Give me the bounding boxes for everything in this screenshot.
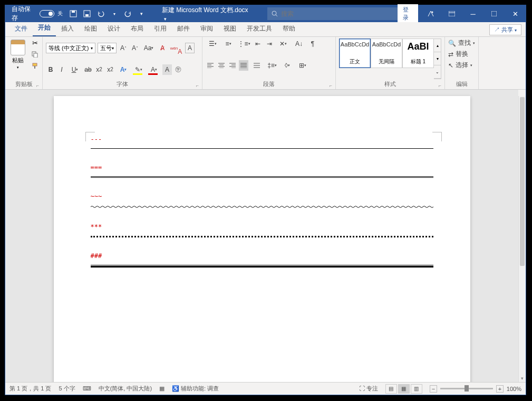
minimize-button[interactable]: ─ [462,5,483,22]
text-prediction-icon[interactable]: ⌨ [83,385,91,392]
coming-soon-icon[interactable] [420,5,441,22]
zoom-slider-handle[interactable] [465,385,469,392]
decrease-indent-button[interactable]: ⇤ [253,39,263,49]
shrink-font-button[interactable]: A˅ [130,43,140,53]
bold-button[interactable]: B [46,64,55,75]
tab-insert[interactable]: 插入 [56,21,79,36]
tab-layout[interactable]: 布局 [125,21,149,36]
shading-button[interactable]: ◊▾ [280,60,294,71]
document-title[interactable]: 新建 Microsoft Word 文档.docx ▾ [162,6,254,22]
text-line[interactable]: === [91,164,433,171]
maximize-button[interactable] [483,5,505,22]
styles-launcher-icon[interactable]: ⌐ [439,83,441,88]
tab-draw[interactable]: 绘图 [79,21,102,36]
sort-button[interactable]: A↓ [292,39,306,49]
word-count[interactable]: 5 个字 [59,385,75,393]
text-line[interactable]: ~~~ [91,193,433,200]
borders-button[interactable]: ⊞▾ [296,60,309,71]
font-name-select[interactable]: 等线 (中文正文)▾ [46,43,95,53]
font-color-button[interactable]: A▾ [147,64,161,75]
find-button[interactable]: 🔍查找▾ [448,39,475,47]
paragraph-launcher-icon[interactable]: ⌐ [330,83,332,88]
tab-file[interactable]: 文件 [9,21,33,36]
tab-developer[interactable]: 开发工具 [241,21,277,36]
superscript-button[interactable]: x2 [105,64,115,75]
styles-up-icon[interactable]: ▴ [434,39,441,52]
web-layout-button[interactable]: ▥ [411,384,422,394]
tab-mailings[interactable]: 邮件 [172,21,195,36]
select-button[interactable]: ↖选择▾ [448,61,472,70]
clear-formatting-button[interactable]: A̷ [158,43,167,53]
cut-icon[interactable]: ✂ [31,39,39,47]
align-center-button[interactable] [217,60,226,71]
tab-view[interactable]: 视图 [218,21,241,36]
styles-down-icon[interactable]: ▾ [434,52,441,65]
styles-gallery-expand[interactable]: ▴ ▾ ⌄ [434,39,441,79]
grow-font-button[interactable]: A˄ [119,43,128,53]
text-line[interactable]: --- [91,136,433,143]
zoom-out-button[interactable]: − [430,385,437,393]
print-layout-button[interactable]: ▦ [398,384,410,394]
save-icon[interactable] [69,9,78,18]
tab-review[interactable]: 审阅 [195,21,218,36]
paste-dropdown-icon[interactable]: ▾ [17,65,19,70]
paste-button[interactable]: 粘贴 ▾ [8,39,27,71]
multilevel-list-button[interactable]: ⋮≡▾ [237,39,251,49]
clipboard-launcher-icon[interactable]: ⌐ [36,83,39,88]
align-right-button[interactable] [228,60,237,71]
focus-mode-button[interactable]: ⛶ 专注 [359,385,378,393]
character-border-button[interactable]: A [185,43,195,53]
zoom-in-button[interactable]: + [496,385,504,393]
qat-customize-icon[interactable]: ▾ [138,9,146,18]
font-launcher-icon[interactable]: ⌐ [196,83,199,88]
scroll-down-icon[interactable]: ▾ [519,375,526,382]
italic-button[interactable]: I [57,64,66,75]
doc-title-dropdown-icon[interactable]: ▾ [164,16,167,22]
change-case-button[interactable]: Aa▾ [142,43,156,53]
read-mode-button[interactable]: ▤ [385,384,397,394]
undo-icon[interactable] [96,9,105,18]
asian-layout-button[interactable]: ✕▾ [276,39,290,49]
phonetic-guide-button[interactable]: wénA [169,43,183,53]
zoom-level[interactable]: 100% [507,386,521,392]
style-normal[interactable]: AaBbCcDd 正文 [339,39,371,68]
character-shading-button[interactable]: A [162,64,172,75]
search-input[interactable] [281,10,393,17]
autosave-switch[interactable] [40,10,54,17]
style-nospacing[interactable]: AaBbCcDd 无间隔 [371,39,402,68]
tab-home[interactable]: 开始 [33,20,56,36]
distributed-button[interactable] [250,60,264,71]
undo-dropdown-icon[interactable]: ▾ [110,9,119,18]
close-button[interactable]: ✕ [505,5,526,22]
bullets-button[interactable]: ☰▾ [206,39,219,49]
subscript-button[interactable]: x2 [94,64,104,75]
replace-button[interactable]: ⇄替换 [448,50,468,59]
ribbon-display-icon[interactable] [441,5,462,22]
tab-design[interactable]: 设计 [102,21,125,36]
search-box[interactable] [267,7,398,20]
format-painter-icon[interactable] [31,62,39,70]
accessibility-status[interactable]: ♿ 辅助功能: 调查 [172,385,219,393]
document-viewport[interactable]: --- === ~~~ *** ### [5,90,518,382]
share-dropdown-icon[interactable]: ▾ [515,28,517,33]
enclose-characters-button[interactable]: ㊫ [173,64,183,75]
vertical-scrollbar[interactable]: ˄ ▴ ▾ [518,90,526,382]
justify-button[interactable] [239,60,248,71]
scrollbar-thumb[interactable] [520,97,525,266]
text-line[interactable]: *** [91,223,433,231]
language-status[interactable]: 中文(简体, 中国大陆) [99,385,152,393]
collapse-ribbon-icon[interactable]: ˄ [518,90,526,96]
page-status[interactable]: 第 1 页，共 1 页 [9,385,51,393]
macro-icon[interactable]: ▦ [159,385,165,392]
tab-help[interactable]: 帮助 [277,21,301,36]
numbering-button[interactable]: ≡▾ [221,39,235,49]
text-line[interactable]: ### [91,252,433,260]
highlight-button[interactable]: ✎▾ [132,64,146,75]
document-page[interactable]: --- === ~~~ *** ### [54,96,470,382]
login-button[interactable]: 登录 [398,4,418,23]
zoom-slider[interactable] [440,388,493,389]
style-heading1[interactable]: AaBl 标题 1 [402,39,434,68]
share-button[interactable]: ↗ 共享 ▾ [489,24,521,35]
increase-indent-button[interactable]: ⇥ [265,39,274,49]
styles-more-icon[interactable]: ⌄ [434,65,441,79]
